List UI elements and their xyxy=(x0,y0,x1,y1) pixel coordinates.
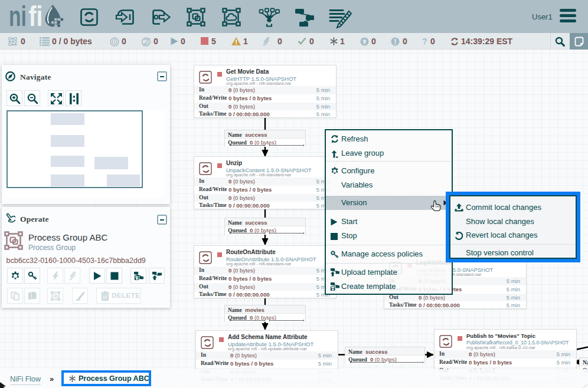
svg-text:fi: fi xyxy=(29,1,43,32)
svg-text:ni: ni xyxy=(9,1,27,32)
